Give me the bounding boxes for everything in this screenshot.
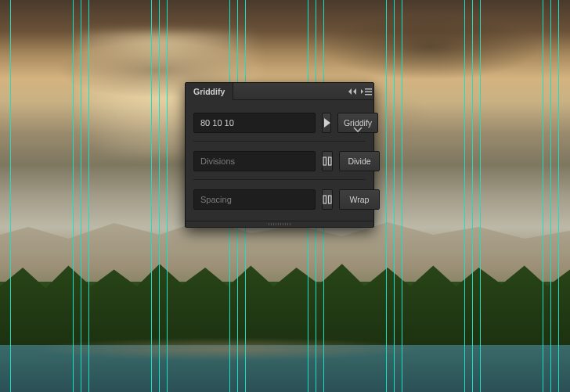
row-divide: Divide <box>193 141 366 176</box>
svg-rect-6 <box>329 196 332 203</box>
panel-resize-grip[interactable] <box>186 221 373 227</box>
wrap-button[interactable]: Wrap <box>339 189 380 210</box>
grip-icon <box>269 223 290 225</box>
orientation-toggle-wrap[interactable] <box>322 189 333 210</box>
griddify-input[interactable] <box>193 113 316 133</box>
row-griddify: Griddify <box>193 108 366 138</box>
orientation-toggle-divide[interactable] <box>322 151 333 171</box>
wrap-button-label: Wrap <box>350 195 370 204</box>
shore <box>31 337 423 361</box>
divisions-input[interactable] <box>193 151 316 171</box>
collapse-icon[interactable] <box>345 83 359 100</box>
canvas: Griddify Griddify <box>0 0 570 392</box>
panel-header: Griddify <box>186 83 373 100</box>
svg-rect-2 <box>365 94 372 95</box>
svg-rect-1 <box>365 91 372 92</box>
svg-rect-5 <box>323 196 326 203</box>
cursor-indicator-icon <box>353 125 363 135</box>
panel-title-tab[interactable]: Griddify <box>186 83 233 100</box>
svg-rect-0 <box>365 88 372 90</box>
row-wrap: Wrap <box>193 179 366 214</box>
svg-rect-4 <box>329 157 332 165</box>
griddify-panel: Griddify Griddify <box>185 82 374 228</box>
divide-button-label: Divide <box>348 156 370 166</box>
svg-rect-3 <box>323 157 326 165</box>
griddify-button[interactable]: Griddify <box>337 113 378 133</box>
panel-menu-icon[interactable] <box>359 83 373 100</box>
spacing-input[interactable] <box>193 189 316 210</box>
orientation-toggle-griddify[interactable] <box>322 113 331 133</box>
divide-button[interactable]: Divide <box>339 151 380 171</box>
panel-body: Griddify Divide <box>186 100 373 221</box>
